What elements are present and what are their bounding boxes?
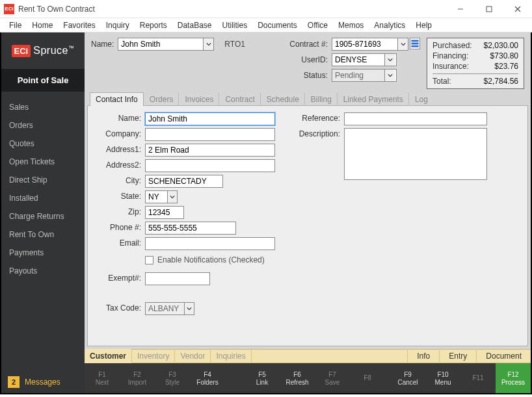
sidebar-item-installed[interactable]: Installed: [1, 189, 85, 207]
function-key-bar: F1NextF2ImportF3StyleF4FoldersF5LinkF6Re…: [85, 363, 531, 393]
name-field[interactable]: [145, 112, 275, 125]
menu-home[interactable]: Home: [27, 19, 58, 31]
list-icon[interactable]: [410, 38, 420, 49]
label-city: City:: [96, 175, 141, 188]
window-title: Rent To Own Contract: [18, 5, 95, 14]
chevron-down-icon[interactable]: [384, 70, 395, 81]
app-icon: ECi: [4, 4, 14, 14]
exempt-field[interactable]: [145, 272, 210, 285]
menu-inquiry[interactable]: Inquiry: [101, 19, 135, 31]
bottom-tab-inquiries[interactable]: Inquiries: [211, 349, 251, 363]
menu-favorites[interactable]: Favorites: [58, 19, 100, 31]
menu-database[interactable]: DataBase: [172, 19, 217, 31]
sidebar: ECi Spruce™ Point of Sale SalesOrdersQuo…: [1, 32, 85, 393]
fkey-f2: F2Import: [120, 363, 155, 393]
tab-contract[interactable]: Contract: [219, 92, 260, 106]
state-field[interactable]: [145, 190, 167, 203]
sidebar-item-payments[interactable]: Payments: [1, 244, 85, 262]
phone-field[interactable]: [145, 222, 236, 235]
fkey-f7: F7Save: [315, 363, 350, 393]
label-exempt: Exempt#:: [96, 272, 141, 285]
menu-documents[interactable]: Documents: [252, 19, 302, 31]
sidebar-item-quotes[interactable]: Quotes: [1, 134, 85, 153]
label-taxcode: Tax Code:: [96, 302, 141, 315]
chevron-down-icon[interactable]: [397, 38, 408, 50]
bottom-link-entry[interactable]: Entry: [439, 349, 476, 363]
fkey-f5[interactable]: F5Link: [245, 363, 280, 393]
totals-box: Purchased: $2,030.00 Financing: $730.80 …: [427, 38, 524, 89]
reference-field[interactable]: [344, 112, 487, 125]
sidebar-messages[interactable]: 2 Messages: [1, 371, 85, 393]
sidebar-item-charge-returns[interactable]: Charge Returns: [1, 207, 85, 225]
state-combo[interactable]: [145, 190, 275, 203]
contract-combo[interactable]: [332, 38, 408, 51]
status-combo[interactable]: [332, 69, 397, 82]
taxcode-field: [145, 302, 184, 315]
status-input: [332, 70, 384, 81]
checkbox-icon[interactable]: [145, 256, 153, 264]
menu-reports[interactable]: Reports: [135, 19, 172, 31]
menu-help[interactable]: Help: [410, 19, 437, 31]
menu-utilities[interactable]: Utilities: [217, 19, 252, 31]
description-field[interactable]: [344, 128, 487, 180]
sidebar-nav: SalesOrdersQuotesOpen TicketsDirect Ship…: [1, 92, 85, 371]
fkey-f9[interactable]: F9Cancel: [390, 363, 425, 393]
bottom-tab-inventory[interactable]: Inventory: [132, 349, 175, 363]
tab-orders[interactable]: Orders: [144, 92, 180, 106]
menu-file[interactable]: File: [4, 19, 27, 31]
fkey-f11: F11: [460, 363, 496, 393]
address2-field[interactable]: [145, 159, 275, 172]
sidebar-item-orders[interactable]: Orders: [1, 116, 85, 134]
maximize-button[interactable]: [475, 0, 503, 18]
menu-analytics[interactable]: Analytics: [369, 19, 410, 31]
chevron-down-icon[interactable]: [167, 190, 178, 203]
bottom-link-document[interactable]: Document: [476, 349, 531, 363]
userid-combo[interactable]: [332, 53, 397, 66]
fkey-f4[interactable]: F4Folders: [190, 363, 225, 393]
fkey-f6[interactable]: F6Refresh: [280, 363, 315, 393]
fkey-f12[interactable]: F12Process: [496, 363, 531, 393]
enable-notifications-label: Enable Notifications (Checked): [157, 255, 265, 264]
svg-rect-1: [486, 6, 492, 12]
tab-log[interactable]: Log: [409, 92, 434, 106]
label-name: Name:: [96, 112, 141, 125]
label-email: Email:: [96, 237, 141, 250]
tab-schedule[interactable]: Schedule: [261, 92, 305, 106]
label-description: Description:: [295, 128, 340, 180]
zip-field[interactable]: [145, 206, 184, 219]
name-combo[interactable]: [118, 38, 214, 51]
name-combo-input[interactable]: [118, 38, 203, 50]
label-address2: Address2:: [96, 159, 141, 172]
menu-office[interactable]: Office: [302, 19, 333, 31]
address1-field[interactable]: [145, 144, 275, 157]
sidebar-item-payouts[interactable]: Payouts: [1, 262, 85, 280]
sidebar-item-sales[interactable]: Sales: [1, 98, 85, 116]
tab-invoices[interactable]: Invoices: [179, 92, 219, 106]
label-company: Company:: [96, 128, 141, 141]
bottom-tabbar: CustomerInventoryVendorInquiries InfoEnt…: [85, 349, 531, 363]
chevron-down-icon[interactable]: [384, 54, 395, 66]
tab-linked-payments[interactable]: Linked Payments: [338, 92, 409, 106]
minimize-button[interactable]: [446, 0, 475, 18]
sidebar-item-direct-ship[interactable]: Direct Ship: [1, 171, 85, 189]
contract-input[interactable]: [332, 38, 397, 50]
bottom-link-info[interactable]: Info: [407, 349, 439, 363]
chevron-down-icon[interactable]: [203, 38, 213, 50]
company-field[interactable]: [145, 128, 275, 141]
chevron-down-icon[interactable]: [184, 302, 194, 315]
tab-contact-info[interactable]: Contact Info: [90, 92, 144, 106]
bottom-tab-customer[interactable]: Customer: [85, 349, 132, 363]
sidebar-item-rent-to-own[interactable]: Rent To Own: [1, 225, 85, 244]
taxcode-combo[interactable]: [145, 302, 275, 315]
bottom-tab-vendor[interactable]: Vendor: [175, 349, 211, 363]
tab-billing[interactable]: Billing: [305, 92, 338, 106]
city-field[interactable]: [145, 175, 223, 188]
fkey-f10[interactable]: F10Menu: [425, 363, 460, 393]
close-button[interactable]: [503, 0, 532, 18]
menu-memos[interactable]: Memos: [333, 19, 369, 31]
enable-notifications-row[interactable]: Enable Notifications (Checked): [145, 253, 275, 270]
purchased-value: $2,030.00: [481, 41, 518, 50]
sidebar-item-open-tickets[interactable]: Open Tickets: [1, 153, 85, 171]
userid-input[interactable]: [332, 54, 384, 66]
email-field[interactable]: [145, 237, 275, 250]
